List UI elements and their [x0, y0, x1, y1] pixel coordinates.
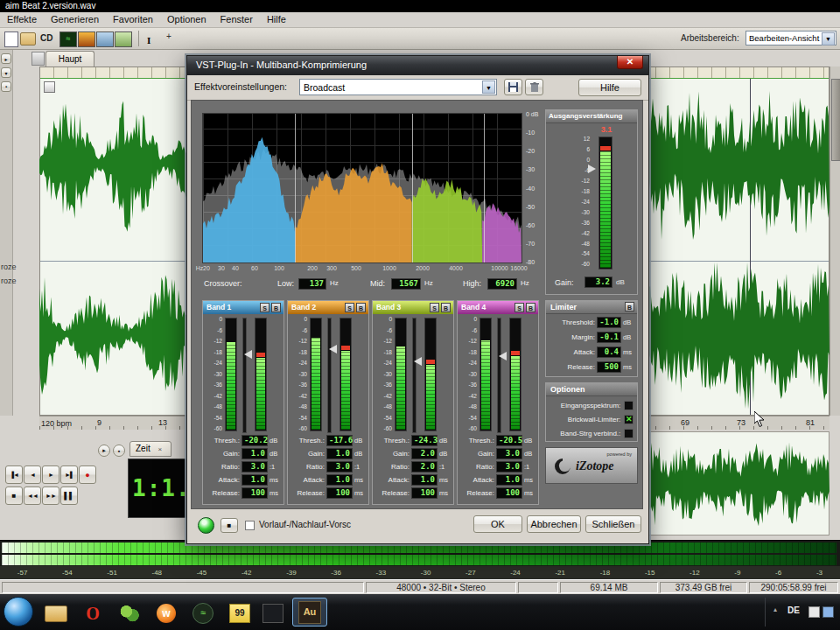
band-2-threshold-slider[interactable]: [329, 345, 337, 354]
session-view-icon[interactable]: [115, 32, 132, 47]
play-options-button[interactable]: ▪: [113, 444, 125, 457]
panel-toggle2-icon[interactable]: ▾: [1, 67, 11, 78]
chevron-down-icon[interactable]: ▼: [482, 80, 495, 94]
output-gain-value[interactable]: 3.2: [584, 276, 612, 288]
help-button[interactable]: Hilfe: [578, 79, 641, 96]
delete-preset-icon[interactable]: [525, 79, 543, 95]
band-3-attack[interactable]: 1.0: [411, 474, 438, 486]
crossover-high-value[interactable]: 6920: [487, 278, 517, 290]
taskbar-messenger-icon[interactable]: [116, 600, 144, 626]
band-4-solo-button[interactable]: S: [514, 303, 524, 312]
pause-button[interactable]: ▌▌: [60, 486, 78, 505]
rewind-button[interactable]: ◄: [24, 466, 41, 484]
taskbar-folder-icon[interactable]: [42, 600, 70, 626]
crossover-line-mid[interactable]: [412, 114, 413, 262]
band-1-gain[interactable]: 1.0: [242, 448, 268, 459]
play-button[interactable]: ►: [42, 466, 60, 484]
close-button[interactable]: Schließen: [585, 515, 641, 533]
band-2-gain[interactable]: 1.0: [326, 448, 353, 459]
band-3-release[interactable]: 100: [411, 487, 438, 499]
tray-icon-1[interactable]: [808, 606, 820, 618]
crossover-mid-value[interactable]: 1567: [391, 278, 421, 290]
open-file-icon[interactable]: [20, 32, 36, 46]
brickwall-limiter-checkbox[interactable]: [624, 415, 634, 424]
limiter-attack-value[interactable]: 0.4: [597, 346, 621, 358]
band-3-bypass-button[interactable]: B: [441, 303, 451, 312]
taskbar-notes-icon[interactable]: 99: [226, 600, 254, 626]
crossover-low-value[interactable]: 137: [298, 278, 326, 290]
taskbar-terminal-icon[interactable]: [259, 600, 287, 626]
fast-forward-button[interactable]: ►►: [42, 486, 60, 505]
band-4-attack[interactable]: 1.0: [496, 474, 522, 486]
menu-effekte[interactable]: Effekte: [0, 12, 44, 27]
power-button[interactable]: [198, 517, 214, 534]
band-1-attack[interactable]: 1.0: [242, 474, 268, 486]
band-3-ratio[interactable]: 2.0: [411, 461, 438, 472]
limiter-margin-value[interactable]: -0.1: [597, 332, 621, 343]
waveform-view-icon[interactable]: ≈: [60, 32, 77, 47]
dialog-titlebar[interactable]: VST-Plug-In - Multiband-Komprimierung ✕: [187, 56, 648, 75]
band-1-solo-button[interactable]: S: [260, 303, 270, 312]
band-3-solo-button[interactable]: S: [430, 303, 439, 312]
band-3-threshold-slider[interactable]: [414, 357, 422, 366]
band-2-release[interactable]: 100: [326, 487, 353, 499]
crossover-line-low[interactable]: [295, 114, 296, 262]
band-1-thresh[interactable]: -20.2: [242, 435, 268, 446]
scrollbar-thumb[interactable]: [831, 79, 840, 161]
limiter-threshold-value[interactable]: -1.0: [597, 317, 621, 328]
move-tool-icon[interactable]: +: [166, 32, 182, 46]
tab-zeit[interactable]: Zeit ×: [130, 441, 172, 457]
goto-start-button[interactable]: ▐◄: [5, 466, 23, 484]
goto-end-button[interactable]: ►▌: [60, 466, 78, 484]
band-2-bypass-button[interactable]: B: [356, 303, 366, 312]
stop-button[interactable]: ■: [5, 486, 23, 505]
band-2-slider-track[interactable]: [327, 318, 332, 433]
band-4-release[interactable]: 100: [496, 487, 522, 499]
crossover-line-high[interactable]: [484, 114, 485, 262]
limiter-release-value[interactable]: 500: [597, 361, 621, 373]
record-button[interactable]: ●: [79, 466, 96, 484]
menu-optionen[interactable]: Optionen: [160, 12, 214, 27]
menu-fenster[interactable]: Fenster: [214, 12, 260, 27]
band-1-ratio[interactable]: 3.0: [242, 461, 268, 472]
workspace-select[interactable]: Bearbeiten-Ansicht (S ▼: [746, 31, 836, 46]
chevron-down-icon[interactable]: ▼: [822, 32, 835, 46]
band-4-gain[interactable]: 3.0: [496, 448, 522, 459]
band-1-slider-track[interactable]: [242, 318, 247, 433]
new-file-icon[interactable]: [4, 32, 18, 47]
band-4-slider-track[interactable]: [497, 318, 501, 433]
ibeam-tool-icon[interactable]: I: [147, 32, 163, 46]
menu-favoriten[interactable]: Favoriten: [106, 12, 160, 27]
close-tab-icon[interactable]: ×: [158, 445, 162, 453]
band-2-thresh[interactable]: -17.6: [326, 435, 353, 446]
band-2-ratio[interactable]: 3.0: [326, 461, 353, 472]
ok-button[interactable]: OK: [473, 515, 522, 533]
tray-icon-2[interactable]: [822, 606, 834, 618]
menu-generieren[interactable]: Generieren: [44, 12, 106, 27]
taskbar-winamp-icon[interactable]: w: [152, 600, 180, 626]
preroll-checkbox[interactable]: [245, 521, 255, 530]
band-4-ratio[interactable]: 3.0: [496, 461, 522, 472]
start-button[interactable]: [4, 597, 33, 626]
output-gain-slider[interactable]: [588, 164, 596, 173]
cancel-button[interactable]: Abbrechen: [527, 515, 581, 533]
fast-rewind-button[interactable]: ◄◄: [24, 486, 41, 505]
cd-button[interactable]: CD: [40, 33, 52, 43]
band-3-thresh[interactable]: -24.3: [411, 435, 438, 446]
band-3-slider-track[interactable]: [412, 318, 416, 433]
panel-toggle-icon[interactable]: ▸: [1, 53, 11, 64]
taskbar-opera-icon[interactable]: O: [79, 600, 107, 626]
input-spectrum-checkbox[interactable]: [624, 401, 634, 410]
tab-haupt[interactable]: Haupt: [46, 51, 94, 66]
panel-toggle3-icon[interactable]: ▪: [1, 81, 11, 92]
band-2-solo-button[interactable]: S: [345, 303, 354, 312]
band-1-bypass-button[interactable]: B: [271, 303, 281, 312]
band-4-thresh[interactable]: -20.5: [496, 435, 522, 446]
language-indicator[interactable]: DE: [788, 606, 800, 615]
taskbar-media-icon[interactable]: ≈: [189, 600, 217, 626]
preview-stop-button[interactable]: ■: [220, 518, 238, 533]
vertical-scrollbar[interactable]: [830, 66, 840, 416]
play-looped-button[interactable]: ▸: [98, 444, 110, 457]
limiter-bypass-button[interactable]: B: [625, 302, 634, 312]
band-4-threshold-slider[interactable]: [499, 352, 507, 360]
